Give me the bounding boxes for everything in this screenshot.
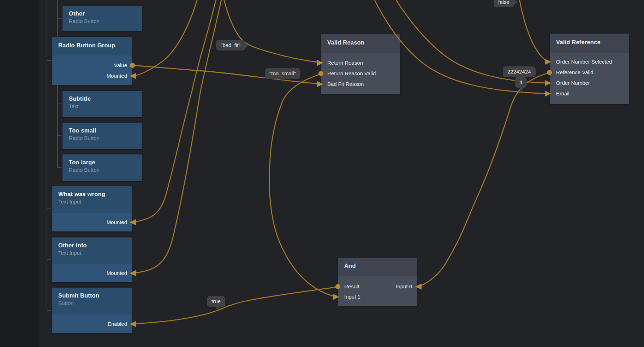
node-valid-reason[interactable]: Valid Reason Return Reason Return Reason… [321,34,400,94]
node-type-label: Text Input [58,199,125,205]
node-other-radio-button[interactable]: Other Radio Button [62,6,142,31]
port-label: Return Reason Valid [327,70,376,76]
port-label: Mounted [107,73,127,79]
node-title: Too large [69,159,136,166]
node-title: And [344,263,411,269]
port-label: Enabled [108,321,127,327]
port-value[interactable]: Value [52,60,132,71]
wire-reference-valid-to-and-input-0[interactable] [420,73,549,286]
wire-value-tooltip-email: 4 [515,77,527,88]
port-label: Email [556,90,570,96]
node-type-label: Radio Button [69,167,136,173]
node-header: What was wrong Text Input [52,186,132,205]
wire-value-text: true [211,298,221,304]
node-header: And [338,258,417,269]
wire-to-other-info-mounted[interactable] [135,0,222,273]
node-other-info[interactable]: Other info Text Input Mounted [52,237,132,282]
port-label: Order Number Selected [556,59,612,65]
port-input-1[interactable]: Input 1 [338,292,417,302]
node-submit-button[interactable]: Submit Button Button Enabled [52,288,132,333]
port-return-reason[interactable]: Return Reason [321,58,400,68]
node-type-label: Radio Button [69,18,136,24]
tooltip-tail [280,78,285,82]
node-title: Valid Reason [327,39,394,46]
wire-value-text: 4 [519,79,522,85]
node-header: Other Radio Button [62,6,142,24]
port-label: Order Number [556,80,590,86]
node-header: Radio Button Group [52,37,132,49]
port-input-0[interactable]: Input 0 [338,281,417,292]
node-title: Too small [69,127,136,134]
node-title: Valid Reference [556,39,622,46]
wire-value-text: "bad_fit" [221,42,240,48]
port-reference-valid[interactable]: Reference Valid [550,67,629,78]
node-type-label: Radio Button [69,135,136,141]
node-type-label: Text Input [58,250,125,256]
port-label: Value [114,62,127,68]
node-header: Too large Radio Button [62,154,142,173]
wire-value-tooltip-too-small: "too_small" [265,68,300,79]
port-label: Mounted [107,270,127,276]
node-type-label: Button [58,300,125,306]
wire-result-to-submit-enabled[interactable] [134,287,337,324]
port-label: Mounted [107,219,127,225]
port-label: Reference Valid [556,69,594,75]
port-email[interactable]: Email [550,88,629,99]
tooltip-tail [519,87,524,91]
wire-to-radio-group-mounted[interactable] [135,0,198,76]
port-label: Return Reason [327,60,363,66]
wire-value-text: "too_small" [269,70,296,76]
port-order-number[interactable]: Order Number [550,78,629,88]
port-order-number-selected[interactable]: Order Number Selected [550,57,629,67]
node-title: Other [69,10,136,17]
node-radio-button-group[interactable]: Radio Button Group Value Mounted [52,37,132,85]
wire-bad-fit-to-return-reason[interactable] [223,0,318,62]
port-bad-fit-reason[interactable]: Bad Fit Reason [321,79,400,89]
node-what-was-wrong[interactable]: What was wrong Text Input Mounted [52,186,132,231]
port-mounted[interactable]: Mounted [52,71,132,81]
port-mounted[interactable]: Mounted [52,217,132,228]
node-header: Valid Reference [550,34,629,46]
node-title: Subtitle [69,95,136,102]
wire-value-text: false [498,0,509,5]
node-title: What was wrong [58,191,125,198]
wire-false-to-order-number-selected[interactable] [519,0,546,61]
port-return-reason-valid[interactable]: Return Reason Valid [321,68,400,79]
wire-value-text: 22242424 [507,69,531,75]
node-and[interactable]: And Result Input 1 Input 0 [338,258,417,306]
port-enabled[interactable]: Enabled [52,319,132,329]
wire-value-tooltip-false: false [494,0,514,7]
port-label: Bad Fit Reason [327,81,364,87]
node-header: Other info Text Input [52,237,132,256]
node-title: Other info [58,242,125,249]
tooltip-tail [245,42,249,48]
node-header: Valid Reason [321,34,400,46]
tooltip-tail [215,306,220,310]
node-title: Submit Button [58,292,125,299]
node-too-small-radio-button[interactable]: Too small Radio Button [62,123,142,149]
node-valid-reference[interactable]: Valid Reference Order Number Selected Re… [550,34,629,104]
node-graph-canvas[interactable]: Other Radio Button Radio Button Group Va… [0,0,644,347]
node-subtitle-text[interactable]: Subtitle Text [62,91,142,117]
wire-to-what-was-wrong-mounted[interactable] [135,0,216,222]
node-header: Too small Radio Button [62,123,142,141]
wire-value-tooltip-bad-fit: "bad_fit" [216,40,245,51]
node-too-large-radio-button[interactable]: Too large Radio Button [62,154,142,181]
node-header: Submit Button Button [52,288,132,306]
wire-return-reason-valid-to-and-input-1[interactable] [269,74,335,296]
wire-value-tooltip-true: true [207,296,225,307]
node-type-label: Text [69,103,136,109]
wire-value-tooltip-order-number: 22242424 [503,66,536,77]
port-mounted[interactable]: Mounted [52,268,132,278]
node-title: Radio Button Group [58,42,125,49]
left-panel-edge [0,0,40,347]
tooltip-tail [514,0,518,5]
port-label: Input 1 [344,294,360,300]
port-label: Input 0 [396,283,412,289]
node-header: Subtitle Text [62,91,142,109]
